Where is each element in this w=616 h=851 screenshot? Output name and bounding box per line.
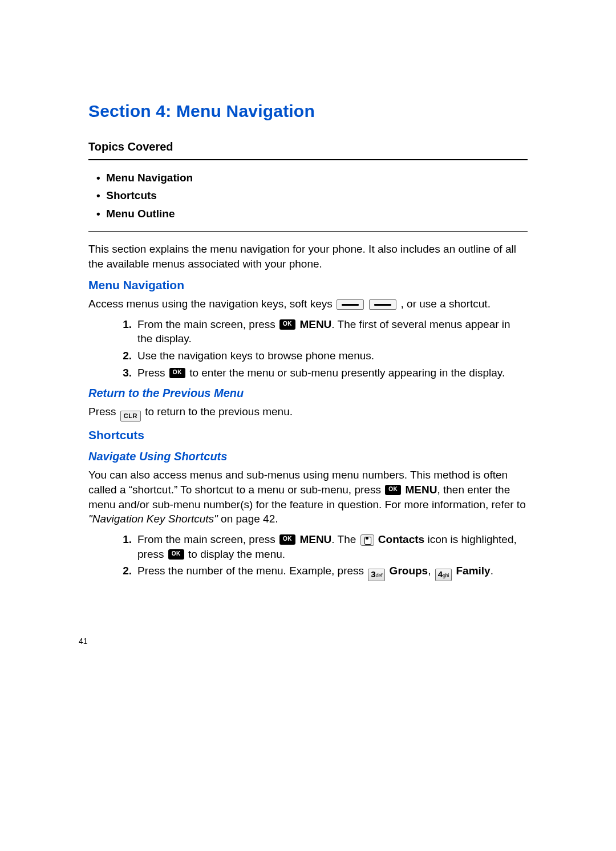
list-item: 1. From the main screen, press MENU. The… — [119, 317, 528, 346]
list-item: 3. Press to enter the menu or sub-menu p… — [119, 366, 528, 380]
topics-list: • Menu Navigation • Shortcuts • Menu Out… — [96, 171, 528, 221]
soft-key-right-icon — [369, 299, 396, 310]
nav-steps-list: 1. From the main screen, press MENU. The… — [88, 317, 528, 380]
heading-menu-navigation: Menu Navigation — [88, 277, 528, 293]
soft-key-left-icon — [337, 299, 364, 310]
text: , or use a shortcut. — [401, 298, 491, 310]
shortcuts-paragraph: You can also access menus and sub-menus … — [88, 468, 528, 526]
section-title: Section 4: Menu Navigation — [88, 100, 528, 123]
step-text: Use the navigation keys to browse phone … — [137, 348, 528, 363]
ok-key-icon — [279, 534, 295, 545]
page-number: 41 — [79, 636, 88, 647]
step-text: From the main screen, press MENU. The fi… — [137, 317, 528, 346]
list-item: 2. Use the navigation keys to browse pho… — [119, 348, 528, 363]
list-item: • Shortcuts — [96, 188, 528, 203]
nav-access-paragraph: Access menus using the navigation keys, … — [88, 297, 528, 311]
heading-return-previous: Return to the Previous Menu — [88, 386, 528, 401]
step-text: Press the number of the menu. Example, p… — [137, 564, 528, 581]
intro-paragraph: This section explains the menu navigatio… — [88, 242, 528, 271]
step-text: Press to enter the menu or sub-menu pres… — [137, 366, 528, 380]
step-number: 1. — [119, 317, 132, 346]
key-4ghi-icon: 4ghi — [435, 569, 452, 581]
contacts-key-icon — [360, 534, 374, 546]
heading-navigate-using-shortcuts: Navigate Using Shortcuts — [88, 449, 528, 464]
ok-key-icon — [279, 319, 295, 330]
step-number: 3. — [119, 366, 132, 380]
list-item: 1. From the main screen, press MENU. The… — [119, 532, 528, 561]
list-item: • Menu Navigation — [96, 171, 528, 185]
divider-top — [88, 159, 528, 160]
list-item: 2. Press the number of the menu. Example… — [119, 564, 528, 581]
clr-key-icon: CLR — [120, 411, 141, 422]
step-text: From the main screen, press MENU. The Co… — [137, 532, 528, 561]
heading-shortcuts: Shortcuts — [88, 427, 528, 443]
step-number: 1. — [119, 532, 132, 561]
list-item: • Menu Outline — [96, 206, 528, 221]
ok-key-icon — [168, 549, 184, 560]
topics-covered-label: Topics Covered — [88, 139, 528, 155]
return-paragraph: Press CLR to return to the previous menu… — [88, 404, 528, 422]
step-number: 2. — [119, 348, 132, 363]
key-3def-icon: 3def — [368, 569, 385, 581]
text: Access menus using the navigation keys, … — [88, 298, 335, 310]
ok-key-icon — [169, 368, 185, 378]
shortcut-steps-list: 1. From the main screen, press MENU. The… — [88, 532, 528, 581]
manual-page: Section 4: Menu Navigation Topics Covere… — [0, 0, 616, 851]
divider-bottom — [88, 231, 528, 232]
step-number: 2. — [119, 564, 132, 581]
ok-key-icon — [385, 485, 401, 495]
